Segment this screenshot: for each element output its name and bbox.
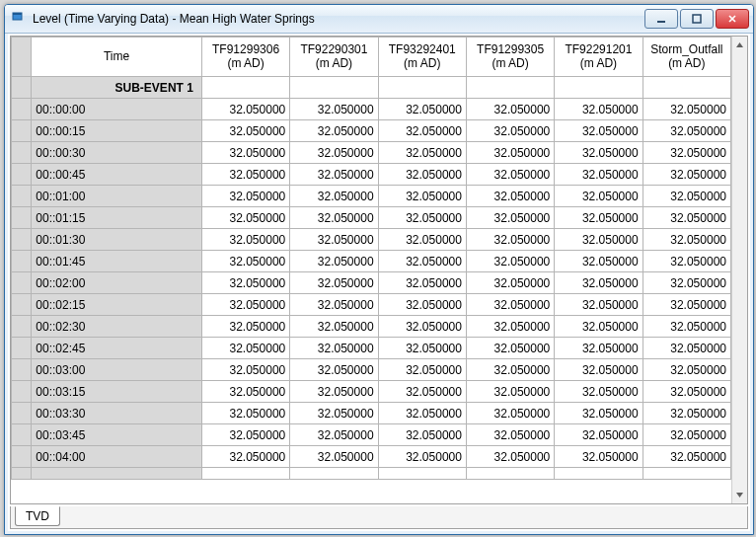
value-cell[interactable]: 32.050000: [378, 338, 466, 359]
value-cell[interactable]: 32.050000: [290, 229, 378, 251]
value-cell[interactable]: 32.050000: [643, 99, 730, 120]
value-cell[interactable]: 32.050000: [466, 251, 554, 272]
scroll-down-arrow-icon[interactable]: [732, 487, 747, 503]
value-cell[interactable]: 32.050000: [201, 359, 289, 381]
value-cell[interactable]: 32.050000: [466, 164, 554, 186]
value-cell[interactable]: 32.050000: [643, 359, 730, 381]
time-cell[interactable]: 00::01:15: [32, 207, 202, 229]
time-cell[interactable]: 00::01:00: [32, 186, 202, 207]
row-handle[interactable]: [12, 403, 32, 424]
time-cell[interactable]: 00::01:30: [32, 229, 202, 251]
scroll-up-arrow-icon[interactable]: [732, 37, 747, 53]
data-grid[interactable]: Time TF91299306(m AD)TF92290301(m AD)TF9…: [11, 37, 731, 480]
value-cell[interactable]: 32.050000: [201, 251, 289, 272]
value-cell[interactable]: 32.050000: [466, 316, 554, 338]
value-cell[interactable]: 32.050000: [466, 207, 554, 229]
value-cell[interactable]: 32.050000: [466, 99, 554, 120]
value-cell[interactable]: 32.050000: [643, 251, 730, 272]
value-cell[interactable]: 32.050000: [466, 446, 554, 468]
column-header[interactable]: TF92291201(m AD): [555, 38, 643, 77]
value-cell[interactable]: 32.050000: [643, 207, 730, 229]
value-cell[interactable]: 32.050000: [290, 316, 378, 338]
time-cell[interactable]: 00::00:45: [32, 164, 202, 186]
value-cell[interactable]: 32.050000: [555, 120, 643, 142]
value-cell[interactable]: 32.050000: [643, 164, 730, 186]
time-cell[interactable]: 00::03:30: [32, 403, 202, 424]
value-cell[interactable]: 32.050000: [555, 251, 643, 272]
value-cell[interactable]: 32.050000: [555, 186, 643, 207]
value-cell[interactable]: 32.050000: [201, 316, 289, 338]
value-cell[interactable]: 32.050000: [290, 99, 378, 120]
tab-tvd[interactable]: TVD: [15, 506, 60, 526]
value-cell[interactable]: 32.050000: [466, 403, 554, 424]
value-cell[interactable]: 32.050000: [555, 229, 643, 251]
grid-scroll[interactable]: Time TF91299306(m AD)TF92290301(m AD)TF9…: [11, 37, 731, 503]
column-header[interactable]: Storm_Outfall(m AD): [643, 38, 730, 77]
value-cell[interactable]: 32.050000: [290, 424, 378, 446]
time-cell[interactable]: 00::03:15: [32, 381, 202, 403]
value-cell[interactable]: 32.050000: [290, 251, 378, 272]
row-handle[interactable]: [12, 164, 32, 186]
time-cell[interactable]: 00::01:45: [32, 251, 202, 272]
value-cell[interactable]: 32.050000: [201, 120, 289, 142]
value-cell[interactable]: 32.050000: [290, 207, 378, 229]
value-cell[interactable]: 32.050000: [290, 338, 378, 359]
row-handle[interactable]: [12, 99, 32, 120]
value-cell[interactable]: 32.050000: [466, 294, 554, 316]
time-cell[interactable]: 00::00:00: [32, 99, 202, 120]
value-cell[interactable]: 32.050000: [378, 120, 466, 142]
value-cell[interactable]: 32.050000: [378, 446, 466, 468]
value-cell[interactable]: 32.050000: [643, 186, 730, 207]
value-cell[interactable]: 32.050000: [201, 381, 289, 403]
value-cell[interactable]: 32.050000: [290, 403, 378, 424]
value-cell[interactable]: 32.050000: [290, 446, 378, 468]
time-cell[interactable]: 00::02:45: [32, 338, 202, 359]
column-header[interactable]: TF92290301(m AD): [290, 38, 378, 77]
value-cell[interactable]: 32.050000: [555, 272, 643, 294]
time-cell[interactable]: 00::02:30: [32, 316, 202, 338]
value-cell[interactable]: 32.050000: [466, 338, 554, 359]
value-cell[interactable]: 32.050000: [643, 338, 730, 359]
value-cell[interactable]: 32.050000: [378, 142, 466, 164]
value-cell[interactable]: 32.050000: [555, 424, 643, 446]
value-cell[interactable]: 32.050000: [555, 403, 643, 424]
value-cell[interactable]: 32.050000: [643, 142, 730, 164]
row-handle[interactable]: [12, 424, 32, 446]
value-cell[interactable]: 32.050000: [643, 229, 730, 251]
value-cell[interactable]: 32.050000: [290, 381, 378, 403]
value-cell[interactable]: 32.050000: [201, 446, 289, 468]
value-cell[interactable]: 32.050000: [201, 164, 289, 186]
value-cell[interactable]: 32.050000: [201, 294, 289, 316]
value-cell[interactable]: 32.050000: [378, 424, 466, 446]
value-cell[interactable]: 32.050000: [555, 164, 643, 186]
value-cell[interactable]: 32.050000: [466, 381, 554, 403]
row-handle[interactable]: [12, 77, 32, 99]
value-cell[interactable]: 32.050000: [378, 99, 466, 120]
value-cell[interactable]: 32.050000: [555, 338, 643, 359]
row-handle[interactable]: [12, 446, 32, 468]
value-cell[interactable]: 32.050000: [290, 164, 378, 186]
vertical-scrollbar[interactable]: [731, 37, 747, 503]
column-header[interactable]: TF93292401(m AD): [378, 38, 466, 77]
value-cell[interactable]: 32.050000: [643, 403, 730, 424]
value-cell[interactable]: 32.050000: [201, 99, 289, 120]
time-cell[interactable]: 00::03:45: [32, 424, 202, 446]
value-cell[interactable]: 32.050000: [466, 359, 554, 381]
value-cell[interactable]: 32.050000: [201, 186, 289, 207]
value-cell[interactable]: 32.050000: [555, 446, 643, 468]
close-button[interactable]: [716, 9, 749, 29]
row-handle[interactable]: [12, 186, 32, 207]
row-handle[interactable]: [12, 142, 32, 164]
time-cell[interactable]: [32, 468, 202, 480]
titlebar[interactable]: Level (Time Varying Data) - Mean High Wa…: [5, 5, 753, 34]
time-header[interactable]: Time: [32, 38, 202, 77]
time-cell[interactable]: 00::00:30: [32, 142, 202, 164]
row-handle[interactable]: [12, 359, 32, 381]
time-cell[interactable]: 00::02:00: [32, 272, 202, 294]
value-cell[interactable]: 32.050000: [643, 446, 730, 468]
value-cell[interactable]: 32.050000: [290, 120, 378, 142]
value-cell[interactable]: 32.050000: [201, 272, 289, 294]
row-handle[interactable]: [12, 229, 32, 251]
value-cell[interactable]: 32.050000: [643, 381, 730, 403]
value-cell[interactable]: 32.050000: [555, 359, 643, 381]
